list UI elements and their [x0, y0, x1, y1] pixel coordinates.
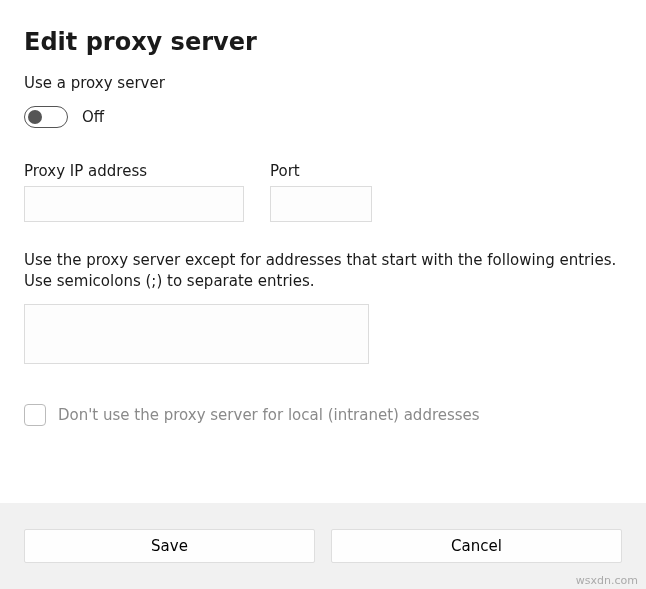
local-label: Don't use the proxy server for local (in…	[58, 406, 480, 424]
port-input[interactable]	[270, 186, 372, 222]
toggle-knob	[28, 110, 42, 124]
use-proxy-state: Off	[82, 108, 104, 126]
ip-label: Proxy IP address	[24, 162, 244, 180]
local-checkbox[interactable]	[24, 404, 46, 426]
save-button[interactable]: Save	[24, 529, 315, 563]
use-proxy-toggle[interactable]	[24, 106, 68, 128]
ip-input[interactable]	[24, 186, 244, 222]
watermark: wsxdn.com	[576, 574, 638, 587]
exceptions-input[interactable]	[24, 304, 369, 364]
port-label: Port	[270, 162, 372, 180]
use-proxy-label: Use a proxy server	[24, 74, 622, 92]
cancel-button[interactable]: Cancel	[331, 529, 622, 563]
button-bar: Save Cancel	[0, 503, 646, 589]
dialog-title: Edit proxy server	[24, 28, 622, 56]
exceptions-label: Use the proxy server except for addresse…	[24, 250, 622, 292]
